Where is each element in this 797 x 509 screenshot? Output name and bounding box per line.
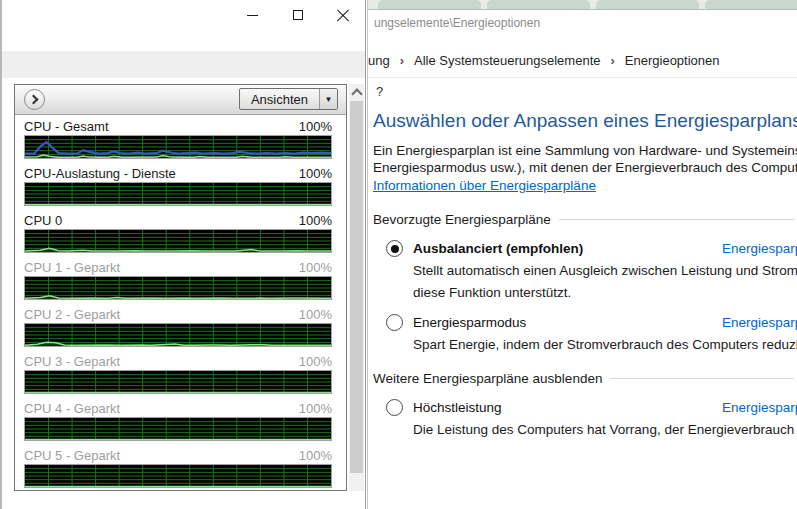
window-title: ungselemente\Energieoptionen bbox=[374, 16, 540, 30]
cpu-row: CPU-Auslastung - Dienste100% bbox=[24, 165, 332, 206]
left-scrollbar[interactable] bbox=[349, 84, 364, 491]
plan-sections: Bevorzugte EnergiesparpläneAusbalanciert… bbox=[373, 212, 797, 438]
intro-line: Energiesparmodus usw.), mit denen der En… bbox=[373, 159, 797, 176]
breadcrumb-item[interactable]: Alle Systemsteuerungselemente bbox=[414, 53, 600, 68]
monitor-toolbar: Ansichten ▼ bbox=[15, 85, 346, 115]
section-caption-label: Weitere Energiesparpläne ausblenden bbox=[373, 371, 602, 386]
cpu-row-header: CPU 1 - Geparkt100% bbox=[24, 259, 332, 276]
plan-description-line: diese Funktion unterstützt. bbox=[413, 284, 797, 301]
section-caption: Weitere Energiesparpläne ausblenden bbox=[373, 371, 794, 386]
left-subheader-band bbox=[2, 51, 365, 78]
power-plan-row: HöchstleistungEnergiesparpDie Leistung d… bbox=[373, 399, 797, 438]
cpu-row-header: CPU-Auslastung - Dienste100% bbox=[24, 165, 332, 182]
info-link[interactable]: Informationen über Energiesparpläne bbox=[373, 178, 596, 193]
cpu-graph-list: CPU - Gesamt100%CPU-Auslastung - Dienste… bbox=[24, 118, 332, 491]
cpu-row: CPU 5 - Geparkt100% bbox=[24, 447, 332, 488]
cpu-usage-graph bbox=[24, 417, 332, 441]
power-options-window: ungselemente\Energieoptionen ung›Alle Sy… bbox=[367, 0, 797, 509]
cpu-row-header: CPU 3 - Geparkt100% bbox=[24, 353, 332, 370]
plan-settings-link[interactable]: Energiesparp bbox=[722, 315, 797, 330]
left-titlebar bbox=[2, 0, 365, 30]
views-button[interactable]: Ansichten ▼ bbox=[239, 88, 338, 110]
section-caption: Bevorzugte Energiesparpläne bbox=[373, 212, 794, 227]
breadcrumb-divider bbox=[368, 77, 797, 78]
cpu-usage-graph bbox=[24, 323, 332, 347]
caption-buttons bbox=[230, 0, 365, 30]
plan-radio-button[interactable] bbox=[386, 314, 403, 331]
cpu-row-header: CPU 2 - Geparkt100% bbox=[24, 306, 332, 323]
page-title: Auswählen oder Anpassen eines Energiespa… bbox=[373, 110, 797, 132]
cpu-row-scale: 100% bbox=[299, 213, 332, 228]
cpu-row: CPU 2 - Geparkt100% bbox=[24, 306, 332, 347]
cpu-usage-graph bbox=[24, 276, 332, 300]
cpu-row-scale: 100% bbox=[299, 119, 332, 134]
cpu-row-header: CPU 0100% bbox=[24, 212, 332, 229]
resource-monitor-window: Ansichten ▼ CPU - Gesamt100%CPU-Auslastu… bbox=[0, 0, 366, 509]
chevron-right-icon bbox=[29, 95, 39, 105]
cpu-row-scale: 100% bbox=[299, 448, 332, 463]
section-caption-label: Bevorzugte Energiesparpläne bbox=[373, 212, 551, 227]
plan-label: Energiesparmodus bbox=[413, 315, 526, 330]
close-icon bbox=[336, 8, 350, 22]
cpu-usage-graph bbox=[24, 229, 332, 253]
plan-settings-link[interactable]: Energiesparp bbox=[722, 241, 797, 256]
background-tab-strip bbox=[368, 0, 797, 10]
breadcrumb: ung›Alle Systemsteuerungselemente›Energi… bbox=[368, 53, 720, 68]
cpu-row: CPU - Gesamt100% bbox=[24, 118, 332, 159]
cpu-row: CPU 0100% bbox=[24, 212, 332, 253]
background-tab bbox=[487, 0, 590, 9]
section-rule bbox=[559, 219, 794, 220]
cpu-row-label: CPU - Gesamt bbox=[24, 119, 109, 134]
menu-help[interactable]: ? bbox=[376, 84, 383, 99]
scroll-thumb[interactable] bbox=[350, 101, 363, 473]
cpu-row-label: CPU 2 - Geparkt bbox=[24, 307, 120, 322]
cpu-row-scale: 100% bbox=[299, 401, 332, 416]
maximize-button[interactable] bbox=[275, 0, 320, 30]
chevron-down-icon: ▼ bbox=[319, 89, 337, 109]
chevron-up-icon bbox=[351, 88, 362, 99]
scroll-up-button[interactable] bbox=[349, 84, 364, 100]
close-button[interactable] bbox=[320, 0, 365, 30]
breadcrumb-separator-icon: › bbox=[400, 53, 404, 68]
maximize-icon bbox=[293, 10, 303, 20]
plan-radio-button[interactable] bbox=[386, 240, 403, 257]
section-rule bbox=[610, 378, 794, 379]
plan-radio-button[interactable] bbox=[386, 399, 403, 416]
plan-description-line: Die Leistung des Computers hat Vorrang, … bbox=[413, 421, 797, 438]
cpu-usage-graph bbox=[24, 370, 332, 394]
plan-description-line: Spart Energie, indem der Stromverbrauch … bbox=[413, 336, 797, 353]
cpu-row-scale: 100% bbox=[299, 166, 332, 181]
cpu-usage-graph bbox=[24, 182, 332, 206]
power-plan-row: Ausbalanciert (empfohlen)EnergiesparpSte… bbox=[373, 240, 797, 301]
plan-description-line: Stellt automatisch einen Ausgleich zwisc… bbox=[413, 262, 797, 279]
cpu-row: CPU 1 - Geparkt100% bbox=[24, 259, 332, 300]
cpu-row-label: CPU 5 - Geparkt bbox=[24, 448, 120, 463]
cpu-row-label: CPU 4 - Geparkt bbox=[24, 401, 120, 416]
plan-label: Höchstleistung bbox=[413, 400, 502, 415]
cpu-row: CPU 3 - Geparkt100% bbox=[24, 353, 332, 394]
plan-settings-link[interactable]: Energiesparp bbox=[722, 400, 797, 415]
breadcrumb-separator-icon: › bbox=[610, 53, 614, 68]
cpu-row-label: CPU 0 bbox=[24, 213, 62, 228]
cpu-row-label: CPU-Auslastung - Dienste bbox=[24, 166, 176, 181]
cpu-row: CPU 4 - Geparkt100% bbox=[24, 400, 332, 441]
breadcrumb-item[interactable]: ung bbox=[368, 53, 390, 68]
cpu-row-label: CPU 3 - Geparkt bbox=[24, 354, 120, 369]
cpu-row-header: CPU - Gesamt100% bbox=[24, 118, 332, 135]
minimize-button[interactable] bbox=[230, 0, 275, 30]
cpu-usage-graph bbox=[24, 135, 332, 159]
cpu-row-label: CPU 1 - Geparkt bbox=[24, 260, 120, 275]
screenshot-root: Ansichten ▼ CPU - Gesamt100%CPU-Auslastu… bbox=[0, 0, 797, 509]
background-tab bbox=[596, 0, 699, 9]
intro-line: Ein Energiesparplan ist eine Sammlung vo… bbox=[373, 142, 797, 159]
plan-label: Ausbalanciert (empfohlen) bbox=[413, 241, 583, 256]
intro-text: Ein Energiesparplan ist eine Sammlung vo… bbox=[373, 142, 797, 176]
expand-button[interactable] bbox=[24, 89, 45, 110]
cpu-row-header: CPU 4 - Geparkt100% bbox=[24, 400, 332, 417]
power-plan-row: EnergiesparmodusEnergiesparpSpart Energi… bbox=[373, 314, 797, 353]
cpu-row-header: CPU 5 - Geparkt100% bbox=[24, 447, 332, 464]
breadcrumb-item[interactable]: Energieoptionen bbox=[625, 53, 720, 68]
background-tab bbox=[705, 0, 797, 9]
cpu-usage-graph bbox=[24, 464, 332, 488]
cpu-row-scale: 100% bbox=[299, 260, 332, 275]
